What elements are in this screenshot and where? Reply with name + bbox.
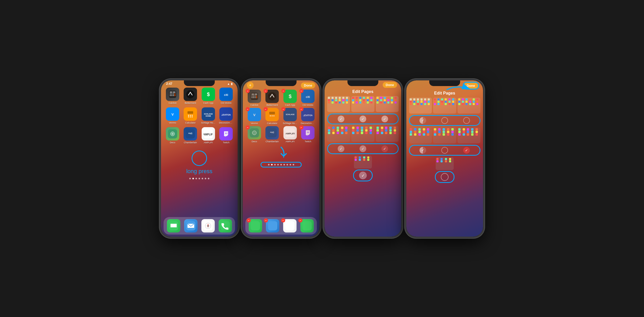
icon-calculator-p1[interactable] (184, 107, 197, 121)
j-citi[interactable]: − citi Citi Mobile (300, 90, 316, 106)
badge-dock-safari[interactable]: − (281, 218, 285, 222)
icon-j-amplifi[interactable]: AMPLIFI (283, 126, 297, 139)
icon-mail-p1[interactable] (184, 219, 198, 232)
add-button-p2[interactable]: + (247, 82, 254, 89)
page-thumb-1-p3[interactable] (327, 96, 350, 112)
check-2-3-p3[interactable]: ✓ (375, 145, 395, 152)
app-schlage-p1[interactable]: SCHLAGEHOME Schlage Home (200, 107, 216, 124)
page-thumb-6-p3[interactable] (376, 126, 399, 142)
dock-messages-p1[interactable] (166, 219, 181, 232)
done-button-p3[interactable]: Done (383, 82, 397, 88)
j-venmo[interactable]: − V Venmo (246, 108, 262, 125)
bottom-check-p4[interactable] (435, 171, 454, 183)
dock-safari-p1[interactable] (200, 219, 216, 232)
page-thumb-1-p4[interactable] (409, 98, 432, 114)
app-calcbot-p1[interactable]: Calcbot (165, 88, 181, 104)
badge-calculator[interactable]: − (264, 107, 268, 111)
app-decora-p1[interactable]: LEVITON DecoraSmartH... (218, 107, 234, 124)
page-thumb-5-p3[interactable] (351, 126, 374, 142)
icon-j-calcbot[interactable] (248, 90, 261, 103)
page-thumb-5-p4[interactable] (433, 127, 456, 143)
app-twitch-p1[interactable]: Twitch (218, 127, 234, 144)
dock-mail-p1[interactable] (183, 219, 199, 232)
dock-j-messages[interactable]: − (247, 219, 263, 232)
check-5-1[interactable]: ✓ (413, 147, 433, 154)
app-cashapp-p1[interactable]: $ Cash App (200, 88, 216, 104)
check-1-3-p3[interactable]: ✓ (375, 116, 395, 122)
j-calcbot[interactable]: − Calcbot (246, 90, 262, 106)
icon-decora-p1[interactable]: LEVITON (219, 107, 233, 121)
j-decora[interactable]: − LEVITON DecoraSmartH... (300, 108, 316, 125)
icon-j-chamberlain[interactable]: myQ (265, 126, 279, 139)
icon-j-cashapp[interactable]: $ (283, 90, 297, 103)
j-schlage[interactable]: − SCHLAGE Schlage Home (282, 108, 298, 125)
page-thumb-4-p3[interactable] (327, 126, 350, 142)
badge-decora[interactable]: − (299, 107, 303, 111)
icon-phone-p1[interactable] (219, 219, 232, 232)
dock-phone-p1[interactable] (217, 219, 233, 232)
page-thumb-6-p4[interactable] (458, 127, 480, 143)
app-venmo-p1[interactable]: V Venmo (165, 107, 181, 124)
page-thumb-bottom-p4[interactable] (436, 157, 454, 170)
icon-safari-p1[interactable] (201, 219, 215, 232)
icon-calcbot-p1[interactable] (166, 88, 179, 101)
icon-j-deco[interactable] (248, 126, 261, 139)
check-2-2-p3[interactable]: ✓ (353, 145, 373, 152)
icon-j-schlage[interactable]: SCHLAGE (283, 108, 297, 121)
j-calculator[interactable]: − Calculator (264, 108, 280, 125)
icon-deco-p1[interactable] (166, 127, 179, 141)
icon-amplifi-p1[interactable]: AMPLIFI (202, 127, 215, 141)
dock-j-phone[interactable]: − (299, 219, 315, 232)
icon-schlage-p1[interactable]: SCHLAGEHOME (202, 107, 215, 121)
app-deco-p1[interactable]: Deco (165, 127, 181, 144)
check-4-1[interactable]: ✓ (413, 117, 433, 124)
check-2-1-p3[interactable]: ✓ (331, 145, 351, 152)
app-chamberlain-p1[interactable]: myQ Chamberlain (183, 127, 199, 144)
j-betterment[interactable]: − Betterment (264, 90, 280, 106)
j-deco[interactable]: − Deco (246, 126, 262, 143)
check-4-2[interactable] (435, 117, 454, 124)
check-1-2-p3[interactable]: ✓ (353, 116, 373, 122)
bottom-check-p3[interactable]: ✓ (353, 170, 373, 181)
app-betterment-p1[interactable]: Betterment (183, 88, 199, 104)
check-1-1-p3[interactable]: ✓ (331, 116, 351, 122)
page-thumb-bottom-p3[interactable] (354, 156, 372, 169)
icon-venmo-p1[interactable]: V (166, 107, 179, 121)
check-5-2[interactable] (435, 147, 454, 154)
j-twitch[interactable]: − Twitch (300, 126, 316, 143)
badge-twitch[interactable]: − (299, 125, 303, 129)
icon-chamberlain-p1[interactable]: myQ (184, 127, 197, 141)
j-chamberlain[interactable]: myQ Chamberlain (264, 126, 280, 143)
badge-dock-phone[interactable]: − (298, 218, 302, 222)
icon-twitch-p1[interactable] (219, 127, 233, 141)
icon-j-venmo[interactable]: V (248, 108, 261, 121)
page-thumb-4-p4[interactable] (409, 127, 432, 143)
app-citi-p1[interactable]: citi Citi Mobile (218, 88, 234, 104)
badge-calcbot[interactable]: − (246, 89, 250, 93)
page-thumb-2-p4[interactable] (433, 98, 456, 114)
badge-dock-mail[interactable]: − (264, 218, 268, 222)
badge-cashapp[interactable]: − (281, 89, 285, 93)
badge-venmo[interactable]: − (246, 107, 250, 111)
icon-messages-p1[interactable] (167, 219, 180, 232)
badge-betterment[interactable]: − (264, 89, 268, 93)
done-button-p2[interactable]: Done (301, 82, 316, 88)
icon-citi-p1[interactable]: citi (219, 88, 233, 101)
dock-j-mail[interactable]: − (265, 219, 280, 232)
page-thumb-3-p4[interactable] (458, 98, 480, 114)
j-amplifi[interactable]: AMPLIFI AMPLIFI (282, 126, 298, 143)
dock-j-safari[interactable]: − (282, 219, 298, 232)
badge-deco[interactable]: − (246, 125, 250, 129)
badge-schlage[interactable]: − (281, 107, 285, 111)
app-calculator-p1[interactable]: Calculator (183, 107, 199, 124)
j-cashapp[interactable]: − $ Cash App (282, 90, 298, 106)
icon-cashapp-p1[interactable]: $ (202, 88, 215, 101)
check-4-3[interactable] (457, 117, 477, 124)
badge-dock-messages[interactable]: − (247, 218, 251, 222)
icon-betterment-p1[interactable] (184, 88, 197, 101)
page-thumb-2-p3[interactable] (351, 96, 374, 112)
check-5-3[interactable]: ✓ (457, 147, 477, 154)
badge-citi[interactable]: − (299, 89, 303, 93)
app-amplifi-p1[interactable]: AMPLIFI AMPLIFI (200, 127, 216, 144)
page-thumb-3-p3[interactable] (376, 96, 399, 112)
